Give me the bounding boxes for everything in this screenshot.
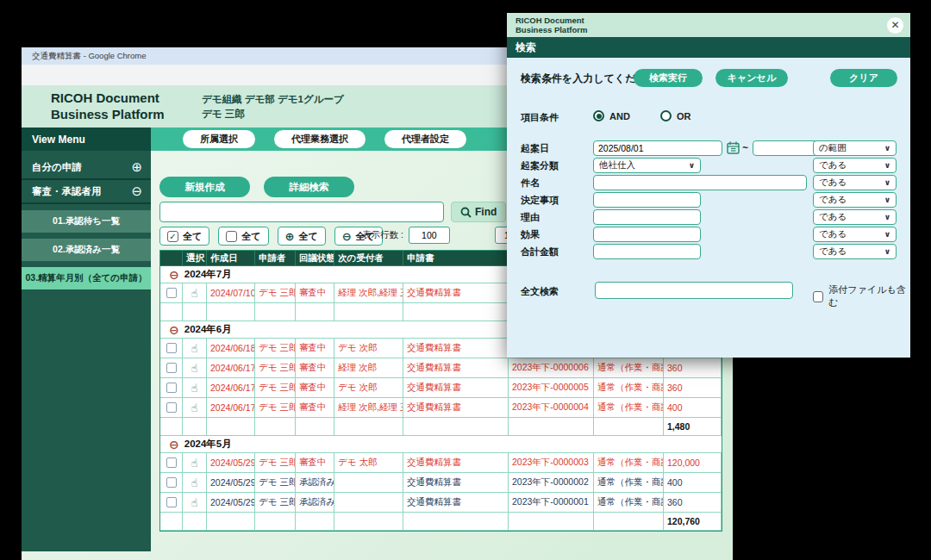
row-amount: 360 [664, 493, 722, 513]
group-label: 2024年7月 [184, 268, 232, 281]
search-input[interactable] [159, 202, 444, 222]
hand-pointer-icon[interactable]: ☝ [191, 401, 198, 414]
detail-search-button[interactable]: 詳細検索 [264, 177, 354, 197]
row-checkbox[interactable] [166, 288, 177, 298]
field-op-select-6[interactable]: である∨ [813, 244, 897, 259]
field-select-1[interactable]: 他社仕入∨ [593, 158, 701, 173]
close-icon[interactable]: ✕ [887, 17, 903, 34]
subtotal-empty-cell [160, 303, 183, 321]
chevron-down-icon: ∨ [884, 196, 890, 204]
subtotal-empty-cell [334, 418, 403, 436]
row-status: 審査中 [296, 378, 334, 398]
row-date: 2024/06/17 [207, 398, 255, 418]
hand-pointer-icon[interactable]: ☝ [191, 382, 198, 395]
nav-button-0[interactable]: 所属選択 [183, 130, 255, 148]
find-button[interactable]: Find [451, 202, 506, 222]
subtotal-empty-cell [207, 418, 255, 436]
expand-plus-icon[interactable]: ⊕ [131, 159, 142, 175]
filter-all-button-1[interactable]: 全て [218, 227, 268, 246]
row-form-name[interactable]: 交通費精算書 [403, 398, 509, 418]
row-form-name[interactable]: 交通費精算書 [403, 453, 509, 473]
and-radio[interactable] [593, 110, 604, 121]
window-title: 交通費精算書 - Google Chrome [32, 51, 147, 62]
row-checkbox[interactable] [166, 477, 177, 488]
row-amount: 360 [664, 358, 722, 378]
fulltext-input[interactable] [595, 282, 793, 299]
new-create-button[interactable]: 新規作成 [159, 177, 250, 197]
field-op-select-2[interactable]: である∨ [813, 175, 897, 190]
sidebar-item-2[interactable]: 01.承認待ち一覧 [22, 210, 151, 233]
nav-button-1[interactable]: 代理業務選択 [274, 130, 366, 148]
sidebar-item-1[interactable]: 審査・承認者用⊖ [22, 180, 151, 204]
field-op-select-4-value: である [819, 211, 847, 223]
dialog-titlebar: RICOH Document Business Platform ✕ [507, 13, 910, 37]
field-input-4[interactable] [593, 209, 701, 225]
calendar-icon[interactable] [727, 141, 740, 154]
row-checkbox[interactable] [166, 383, 177, 393]
sidebar-item-3[interactable]: 02.承認済み一覧 [22, 239, 151, 261]
row-next-receiver: 経理 次郎,経理 三郎 [334, 398, 403, 418]
execute-search-button[interactable]: 検索実行 [634, 69, 703, 87]
field-op-select-5[interactable]: である∨ [813, 227, 897, 242]
hand-pointer-icon[interactable]: ☝ [191, 287, 198, 300]
field-input-2[interactable] [593, 175, 807, 190]
hand-pointer-icon[interactable]: ☝ [191, 476, 198, 489]
row-next-receiver: 経理 次郎 [334, 358, 403, 378]
row-form-name[interactable]: 交通費精算書 [403, 378, 509, 398]
hand-pointer-icon[interactable]: ☝ [191, 362, 198, 375]
field-input-6[interactable] [593, 244, 701, 259]
or-radio[interactable] [660, 110, 672, 121]
sidebar-item-4[interactable]: 03.精算年月別（全ての申請） [22, 267, 151, 289]
brand-line1: RICOH Document [51, 90, 202, 107]
row-checkbox[interactable] [166, 402, 177, 413]
table-row: ☝2024/06/17デモ 三郎審査中経理 次郎,経理 三郎交通費精算書2023… [160, 398, 722, 418]
row-applicant: デモ 三郎 [255, 473, 296, 493]
sidebar-item-0[interactable]: 自分の申請⊕ [22, 156, 151, 180]
row-open-cell: ☝ [183, 493, 207, 513]
field-input-5[interactable] [593, 227, 701, 242]
filter-all-button-2[interactable]: ⊕全て [278, 227, 326, 246]
hand-pointer-icon[interactable]: ☝ [191, 342, 198, 355]
rows-per-page-input[interactable] [409, 227, 450, 244]
hand-pointer-icon[interactable]: ☝ [191, 496, 198, 509]
field-input-3[interactable] [593, 192, 701, 208]
dialog-attach-checkbox[interactable] [813, 291, 823, 302]
checked-icon: ✓ [167, 231, 178, 242]
field-op-select-4[interactable]: である∨ [813, 209, 897, 225]
row-applicant: デモ 三郎 [255, 283, 296, 303]
row-category: 通常（作業・商談・会議等） [594, 398, 664, 418]
cancel-button[interactable]: キャンセル [715, 69, 788, 87]
row-next-receiver: デモ 太郎 [334, 453, 403, 473]
field-op-select-3[interactable]: である∨ [813, 192, 897, 208]
row-form-name[interactable]: 交通費精算書 [403, 283, 509, 303]
collapse-minus-icon[interactable]: ⊖ [131, 184, 142, 199]
filter-all-button-0[interactable]: ✓全て [159, 227, 209, 246]
subtotal-empty-cell [334, 303, 403, 321]
unchecked-icon [226, 231, 237, 242]
field-op-select-1[interactable]: である∨ [813, 158, 897, 173]
subtotal-empty-cell [296, 513, 334, 531]
group-row[interactable]: ⊖2024年5月 [160, 436, 722, 453]
group-label: 2024年5月 [184, 438, 232, 451]
collapse-minus-icon[interactable]: ⊖ [169, 269, 179, 281]
collapse-minus-icon[interactable]: ⊖ [169, 324, 179, 336]
date-from-input[interactable] [593, 140, 722, 156]
row-checkbox[interactable] [166, 343, 177, 353]
row-form-name[interactable]: 交通費精算書 [403, 473, 509, 493]
subtotal-empty-cell [403, 513, 509, 531]
clear-button[interactable]: クリア [830, 69, 897, 87]
subtotal-empty-cell [255, 418, 296, 436]
row-form-name[interactable]: 交通費精算書 [403, 493, 509, 513]
chevron-down-icon: ∨ [884, 213, 890, 221]
collapse-minus-icon[interactable]: ⊖ [169, 439, 179, 451]
row-form-name[interactable]: 交通費精算書 [403, 358, 509, 378]
row-checkbox[interactable] [166, 457, 177, 468]
hand-pointer-icon[interactable]: ☝ [191, 457, 198, 470]
row-form-name[interactable]: 交通費精算書 [403, 339, 509, 358]
row-checkbox[interactable] [166, 363, 177, 373]
nav-button-2[interactable]: 代理者設定 [384, 130, 466, 148]
row-date: 2024/06/17 [207, 358, 255, 378]
and-radio-group: AND [593, 110, 630, 121]
date-op-select[interactable]: の範囲∨ [813, 140, 897, 156]
row-checkbox[interactable] [166, 497, 177, 507]
